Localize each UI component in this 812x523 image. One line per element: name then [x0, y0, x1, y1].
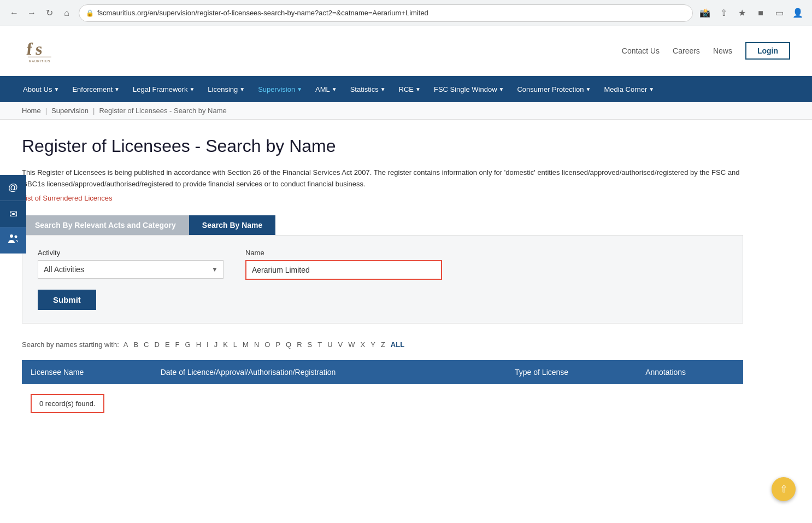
alpha-z[interactable]: Z	[380, 340, 386, 349]
alpha-i[interactable]: I	[205, 340, 210, 349]
alpha-search: Search by names starting with: A B C D E…	[22, 340, 743, 349]
window-icon[interactable]: ▭	[772, 5, 787, 21]
extensions-icon[interactable]: ■	[753, 5, 768, 21]
svg-point-5	[10, 234, 13, 238]
alpha-all[interactable]: ALL	[390, 340, 405, 349]
alpha-k[interactable]: K	[222, 340, 229, 349]
alpha-f[interactable]: F	[174, 340, 181, 349]
share-icon[interactable]: ⇧	[716, 5, 731, 21]
header-links: Contact Us Careers News Login	[622, 42, 790, 60]
nav-consumer-protection[interactable]: Consumer Protection ▼	[510, 76, 597, 102]
careers-link[interactable]: Careers	[673, 46, 700, 55]
forward-button[interactable]: →	[24, 5, 39, 21]
browser-nav-buttons: ← → ↻ ⌂	[7, 5, 74, 21]
name-input[interactable]	[245, 260, 442, 280]
activity-select-wrapper: All Activities ▼	[38, 260, 223, 279]
url-input[interactable]	[97, 9, 686, 17]
breadcrumb-sep-1: |	[45, 107, 47, 115]
alpha-n[interactable]: N	[253, 340, 260, 349]
alpha-e[interactable]: E	[164, 340, 171, 349]
alpha-b[interactable]: B	[132, 340, 139, 349]
tab-search-by-acts[interactable]: Search By Relevant Acts and Category	[22, 215, 189, 235]
nav-media-corner[interactable]: Media Corner ▼	[598, 76, 661, 102]
breadcrumb-home[interactable]: Home	[22, 107, 41, 115]
login-button[interactable]: Login	[745, 42, 790, 60]
alpha-h[interactable]: H	[195, 340, 202, 349]
alpha-r[interactable]: R	[296, 340, 303, 349]
nav-about-us[interactable]: About Us ▼	[16, 76, 66, 102]
message-widget[interactable]: ✉	[0, 201, 26, 227]
alpha-d[interactable]: D	[153, 340, 160, 349]
email-widget[interactable]: @	[0, 175, 26, 201]
table-body: 0 record(s) found.	[22, 384, 743, 419]
breadcrumb-supervision[interactable]: Supervision	[51, 107, 89, 115]
page-title: Register of Licensees - Search by Name	[22, 136, 743, 156]
address-bar: 🔒	[79, 4, 693, 22]
table-header-row: Licensee Name Date of Licence/Approval/A…	[22, 360, 743, 384]
bookmark-icon[interactable]: ★	[734, 5, 750, 21]
activity-group: Activity All Activities ▼	[38, 249, 223, 280]
alpha-u[interactable]: U	[326, 340, 333, 349]
col-annotations: Annotations	[637, 360, 743, 384]
back-button[interactable]: ←	[7, 5, 22, 21]
screenshot-icon[interactable]: 📸	[697, 5, 713, 21]
results-table: Licensee Name Date of Licence/Approval/A…	[22, 360, 743, 419]
nav-aml[interactable]: AML ▼	[309, 76, 344, 102]
logo-box[interactable]: f s MAURITIUS	[22, 32, 60, 70]
alpha-j[interactable]: J	[213, 340, 219, 349]
alpha-c[interactable]: C	[143, 340, 150, 349]
svg-point-6	[15, 236, 17, 238]
reload-button[interactable]: ↻	[42, 5, 57, 21]
breadcrumb-current: Register of Licensees - Search by Name	[99, 107, 226, 115]
alpha-s[interactable]: S	[307, 340, 314, 349]
tab-search-by-name[interactable]: Search By Name	[189, 215, 276, 235]
no-results-cell: 0 record(s) found.	[22, 384, 743, 419]
alpha-l[interactable]: L	[232, 340, 238, 349]
supervision-caret: ▼	[297, 86, 302, 92]
alpha-q[interactable]: Q	[285, 340, 292, 349]
alpha-g[interactable]: G	[184, 340, 192, 349]
at-icon: @	[8, 182, 18, 193]
col-licensee-name: Licensee Name	[22, 360, 152, 384]
activity-select[interactable]: All Activities	[38, 260, 223, 279]
profile-icon[interactable]: 👤	[790, 5, 805, 21]
alpha-t[interactable]: T	[316, 340, 323, 349]
enforcement-caret: ▼	[114, 86, 120, 92]
no-results-badge: 0 record(s) found.	[31, 394, 104, 413]
alpha-search-label: Search by names starting with:	[22, 340, 119, 349]
rce-caret: ▼	[415, 86, 421, 92]
alpha-y[interactable]: Y	[369, 340, 376, 349]
nav-licensing[interactable]: Licensing ▼	[201, 76, 251, 102]
nav-supervision[interactable]: Supervision ▼	[251, 76, 309, 102]
lock-icon: 🔒	[86, 9, 94, 17]
alpha-x[interactable]: X	[360, 340, 367, 349]
alpha-v[interactable]: V	[337, 340, 344, 349]
browser-actions: 📸 ⇧ ★ ■ ▭ 👤	[697, 5, 805, 21]
news-link[interactable]: News	[713, 46, 732, 55]
name-group: Name	[245, 249, 442, 280]
legal-framework-caret: ▼	[189, 86, 195, 92]
people-widget[interactable]	[0, 227, 26, 254]
home-button[interactable]: ⌂	[59, 5, 74, 21]
nav-fsc-single-window[interactable]: FSC Single Window ▼	[427, 76, 511, 102]
nav-rce[interactable]: RCE ▼	[392, 76, 427, 102]
nav-statistics[interactable]: Statistics ▼	[344, 76, 392, 102]
col-type-of-license: Type of License	[506, 360, 637, 384]
surrendered-link[interactable]: List of Surrendered Licences	[22, 194, 112, 202]
search-form: Activity All Activities ▼ Name Submit	[22, 235, 743, 324]
alpha-m[interactable]: M	[242, 340, 250, 349]
main-content: Register of Licensees - Search by Name T…	[0, 120, 765, 446]
alpha-p[interactable]: P	[274, 340, 281, 349]
alpha-w[interactable]: W	[347, 340, 356, 349]
submit-button[interactable]: Submit	[38, 290, 96, 310]
col-date: Date of Licence/Approval/Authorisation/R…	[152, 360, 506, 384]
alpha-a[interactable]: A	[122, 340, 130, 349]
svg-text:s: s	[35, 40, 43, 59]
activity-label: Activity	[38, 249, 223, 257]
contact-us-link[interactable]: Contact Us	[622, 46, 660, 55]
nav-legal-framework[interactable]: Legal Framework ▼	[126, 76, 201, 102]
alpha-o[interactable]: O	[263, 340, 271, 349]
statistics-caret: ▼	[380, 86, 386, 92]
search-tabs: Search By Relevant Acts and Category Sea…	[22, 215, 743, 235]
nav-enforcement[interactable]: Enforcement ▼	[66, 76, 126, 102]
